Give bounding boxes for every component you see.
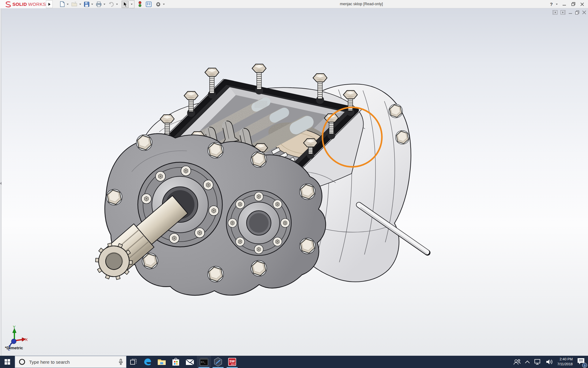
select-cursor-icon (123, 2, 127, 7)
gearbox-3d-model[interactable] (0, 8, 588, 356)
action-center-button[interactable]: 3 (577, 358, 585, 366)
solidworks-2017-icon: SW 2017 (228, 357, 237, 366)
close-icon (580, 2, 584, 6)
open-button[interactable] (70, 1, 78, 8)
network-icon[interactable] (534, 359, 541, 365)
doc-minimize-button[interactable] (568, 10, 572, 14)
search-placeholder: Type here to search (29, 359, 115, 365)
taskbar-store-button[interactable] (169, 356, 183, 368)
window-title: menjac sklop [Read-only] (340, 2, 383, 6)
taskbar-command-prompt-button[interactable]: C:\_ (197, 356, 211, 368)
options-caret-icon[interactable] (163, 4, 165, 5)
tray-date: 7/11/2018 (557, 362, 573, 367)
document-window-controls (552, 10, 586, 15)
cortana-icon (19, 358, 25, 365)
doc-restore-button[interactable] (575, 10, 579, 15)
graphics-viewport[interactable]: Y X Z *Dimetric (0, 8, 588, 356)
microphone-icon[interactable] (119, 359, 123, 365)
brand-works-text: WORKS (28, 2, 46, 7)
new-caret-icon[interactable] (67, 4, 69, 5)
start-button[interactable] (0, 356, 15, 368)
tray-clock[interactable]: 2:40 PM 7/11/2018 (557, 357, 573, 366)
save-icon (84, 2, 89, 7)
select-caret-button[interactable] (129, 0, 134, 8)
sw-letters: SW (229, 359, 235, 363)
undo-button[interactable] (107, 1, 115, 8)
view-orientation-label: *Dimetric (5, 346, 23, 350)
solidworks-hexagon-icon (214, 357, 222, 366)
doc-close-button[interactable] (582, 10, 586, 14)
save-button[interactable] (83, 1, 90, 8)
file-explorer-icon (157, 358, 166, 366)
edge-icon (143, 358, 152, 366)
pane-left-button[interactable] (552, 10, 558, 15)
select-tool-button[interactable] (122, 1, 129, 8)
window-controls: ? (549, 0, 586, 8)
help-button[interactable]: ? (549, 2, 553, 7)
stoplight-icon (138, 1, 141, 7)
taskbar-solidworks-hexagon-button[interactable] (211, 356, 225, 368)
help-caret-icon[interactable] (556, 4, 558, 5)
command-prompt-icon: C:\_ (200, 358, 208, 366)
sw-year: 2017 (231, 363, 236, 365)
new-document-icon (60, 1, 65, 7)
select-caret-icon (131, 4, 133, 5)
taskbar-file-explorer-button[interactable] (155, 356, 169, 368)
solidworks-logo-icon (4, 1, 11, 8)
taskbar-task-view-button[interactable] (126, 356, 141, 368)
window-restore-button[interactable] (570, 1, 577, 8)
options-gear-icon (155, 1, 161, 7)
minimize-icon (563, 2, 566, 6)
people-icon[interactable] (513, 359, 521, 365)
cmd-label: C:\_ (201, 361, 205, 363)
volume-icon[interactable] (546, 359, 553, 365)
tray-chevron-up-icon[interactable] (525, 360, 530, 363)
print-icon (96, 2, 102, 7)
main-toolbar (59, 0, 166, 8)
open-icon (71, 2, 77, 7)
options-button[interactable] (154, 1, 162, 8)
triad-x-label: X (25, 337, 28, 342)
undo-caret-icon[interactable] (116, 4, 118, 5)
task-view-icon (130, 359, 137, 365)
new-document-button[interactable] (59, 1, 66, 8)
menu-expand-button[interactable] (46, 0, 53, 8)
open-caret-icon[interactable] (79, 4, 81, 5)
taskbar-mail-button[interactable] (183, 356, 197, 368)
window-minimize-button[interactable] (561, 1, 568, 8)
notification-badge: 3 (582, 363, 587, 368)
brand-solid-text: SOLID (12, 2, 27, 7)
taskbar-search-input[interactable]: Type here to search (15, 356, 126, 368)
taskbar-solidworks-2017-button[interactable]: SW 2017 (225, 356, 239, 368)
design-binder-icon (146, 2, 152, 7)
restore-icon (571, 2, 575, 6)
design-binder-button[interactable] (145, 1, 153, 8)
taskbar-edge-button[interactable] (141, 356, 155, 368)
print-button[interactable] (95, 1, 103, 8)
stoplight-button[interactable] (138, 1, 142, 8)
mail-icon (186, 358, 194, 365)
window-close-button[interactable] (579, 1, 586, 8)
system-tray: 2:40 PM 7/11/2018 3 (513, 356, 588, 368)
solidworks-brand: SOLIDWORKS (0, 0, 46, 8)
title-bar: SOLIDWORKS (0, 0, 588, 8)
pane-right-button[interactable] (560, 10, 566, 15)
windows-taskbar: Type here to search (0, 356, 588, 368)
print-caret-icon[interactable] (104, 4, 105, 5)
tray-time: 2:40 PM (557, 357, 573, 362)
expand-arrow-icon (48, 3, 51, 6)
microsoft-store-icon (172, 358, 180, 366)
windows-logo-icon (5, 359, 10, 365)
save-caret-icon[interactable] (91, 4, 93, 5)
undo-icon (108, 2, 114, 7)
